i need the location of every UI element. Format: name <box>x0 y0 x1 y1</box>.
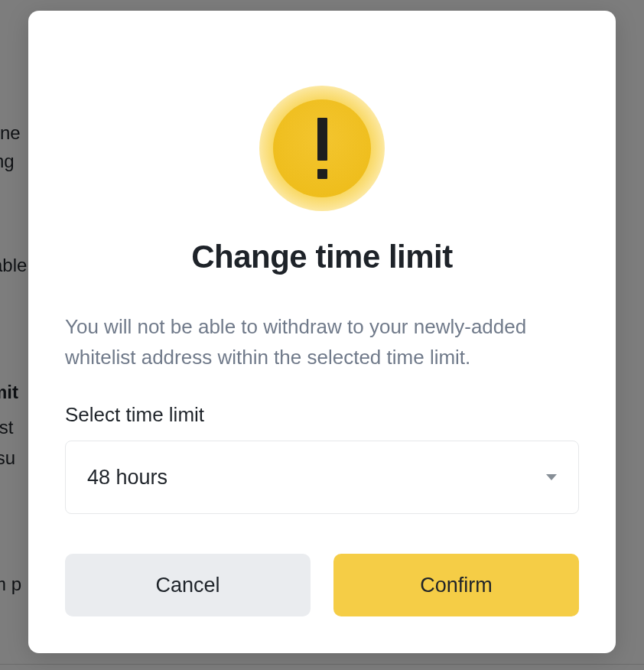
warning-icon <box>259 86 385 211</box>
modal-actions: Cancel Confirm <box>65 554 579 616</box>
change-time-limit-modal: Change time limit You will not be able t… <box>28 11 616 653</box>
time-limit-select[interactable]: 48 hours <box>65 441 579 514</box>
time-limit-label: Select time limit <box>65 403 579 427</box>
modal-description: You will not be able to withdraw to your… <box>65 312 579 372</box>
cancel-button[interactable]: Cancel <box>65 554 311 616</box>
modal-title: Change time limit <box>65 239 579 275</box>
time-limit-value: 48 hours <box>87 466 168 489</box>
chevron-down-icon <box>546 474 557 480</box>
confirm-button[interactable]: Confirm <box>333 554 579 616</box>
